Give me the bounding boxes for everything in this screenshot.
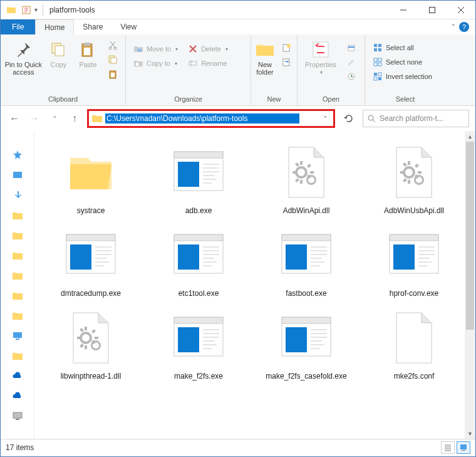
invert-selection-button[interactable]: Invert selection [369,70,436,83]
monitor-icon[interactable] [12,411,23,422]
scrollbar-vertical[interactable]: ▲ ▼ [465,131,475,439]
file-item[interactable]: systrace [41,142,141,215]
onedrive-icon[interactable] [12,391,23,402]
copy-icon [48,39,68,60]
navigation-pane[interactable] [1,131,34,439]
select-none-icon [373,57,383,67]
svg-rect-25 [374,58,377,61]
svg-rect-17 [283,59,289,66]
folder-nav-icon[interactable] [12,270,23,281]
new-folder-icon [255,39,275,60]
details-view-button[interactable] [441,441,455,454]
minimize-button[interactable] [389,1,418,19]
paste-shortcut-button[interactable] [104,67,122,81]
tab-view[interactable]: View [111,19,145,34]
svg-rect-50 [286,244,307,270]
file-item[interactable]: hprof-conv.exe [364,225,464,298]
file-item[interactable]: mke2fs.conf [364,308,464,381]
status-bar: 17 items [1,439,475,455]
close-button[interactable] [447,1,475,19]
refresh-button[interactable] [340,110,358,127]
tab-share[interactable]: Share [74,19,111,34]
folder-nav-icon[interactable] [12,350,23,362]
collapse-ribbon-icon[interactable]: ˄ [452,23,455,31]
copy-button[interactable]: Copy [45,37,72,68]
properties-icon[interactable] [19,3,33,17]
cut-button[interactable] [104,38,122,52]
paste-button[interactable]: Paste [75,37,101,68]
svg-rect-53 [393,244,415,270]
address-bar[interactable]: C:\Users\madan\Downloads\platform-tools … [87,109,335,128]
svg-rect-56 [178,327,199,352]
new-folder-button[interactable]: New folder [255,37,275,76]
recent-locations-button[interactable]: ˅ [47,111,62,126]
folder-nav-icon[interactable] [12,310,23,322]
history-button[interactable] [343,70,360,83]
file-label: hprof-conv.exe [390,289,439,298]
properties-button[interactable]: Properties▾ [301,37,340,75]
scroll-down-icon[interactable]: ▼ [465,428,475,439]
invert-selection-icon [373,71,383,81]
qat-dropdown-icon[interactable]: ▾ [34,6,38,13]
file-item[interactable]: AdbWinUsbApi.dll [364,142,464,215]
file-thumbnail [384,225,444,285]
svg-point-33 [368,115,373,120]
pin-to-quick-access-button[interactable]: Pin to Quick access [4,37,43,76]
file-thumbnail [168,308,229,368]
copy-to-button[interactable]: Copy to▾ [130,56,182,70]
maximize-button[interactable] [418,1,447,19]
downloads-icon[interactable] [12,190,23,201]
svg-rect-40 [174,152,223,158]
file-item[interactable]: fastboot.exe [256,225,356,298]
rename-icon [188,58,198,68]
svg-rect-47 [178,244,199,270]
desktop-icon[interactable] [12,170,23,181]
file-item[interactable]: make_f2fs_casefold.exe [256,308,356,381]
scroll-up-icon[interactable]: ▲ [465,131,475,142]
folder-nav-icon[interactable] [12,210,23,221]
edit-icon [346,57,356,67]
tab-home[interactable]: Home [35,19,74,34]
this-pc-icon[interactable] [12,330,23,342]
move-to-button[interactable]: Move to▾ [130,42,182,56]
file-item[interactable]: libwinpthread-1.dll [41,308,141,381]
folder-nav-icon[interactable] [12,290,23,302]
large-icons-view-button[interactable] [457,441,470,454]
edit-button[interactable] [343,55,360,69]
svg-rect-12 [111,73,115,77]
svg-rect-61 [462,450,465,451]
file-item[interactable]: dmtracedump.exe [41,225,141,298]
scroll-thumb[interactable] [466,142,474,330]
file-item[interactable]: AdbWinApi.dll [256,142,356,215]
up-button[interactable]: ↑ [67,111,82,126]
new-item-button[interactable] [277,41,295,55]
file-item[interactable]: adb.exe [148,142,249,215]
quick-access-icon[interactable] [12,150,23,161]
search-box[interactable]: Search platform-t... [363,110,469,127]
select-none-button[interactable]: Select none [369,55,436,69]
onedrive-icon[interactable] [12,370,23,382]
file-item[interactable]: make_f2fs.exe [148,308,249,381]
folder-nav-icon[interactable] [12,250,23,261]
forward-button[interactable]: → [27,111,42,126]
svg-point-16 [287,44,291,48]
help-button[interactable]: ? [459,22,469,32]
folder-nav-icon[interactable] [12,230,23,241]
svg-rect-52 [390,234,438,241]
svg-rect-30 [378,73,381,76]
address-path[interactable]: C:\Users\madan\Downloads\platform-tools [105,113,299,123]
rename-button[interactable]: Rename [184,56,232,70]
tab-file[interactable]: File [1,19,35,34]
open-button[interactable] [343,41,360,55]
select-all-button[interactable]: Select all [369,41,436,55]
copy-path-button[interactable] [104,53,122,66]
back-button[interactable]: ← [7,111,22,126]
delete-button[interactable]: Delete▾ [184,42,232,56]
easy-access-button[interactable] [277,55,295,69]
svg-rect-10 [111,58,116,63]
file-item[interactable]: etc1tool.exe [148,225,249,298]
svg-rect-18 [313,42,328,57]
file-list[interactable]: systraceadb.exeAdbWinApi.dllAdbWinUsbApi… [34,131,475,439]
svg-rect-29 [374,73,377,76]
address-dropdown-icon[interactable]: ˅ [324,115,331,122]
